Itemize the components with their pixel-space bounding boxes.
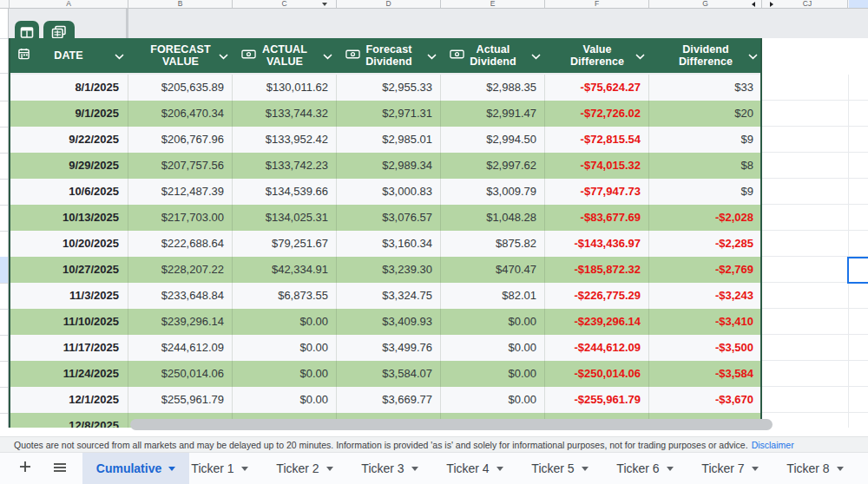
cell-forecast_value[interactable]: $228,207.22: [128, 257, 233, 283]
cell-dividend_difference[interactable]: -$3,243: [649, 283, 762, 309]
cell-actual_value[interactable]: $0.00: [233, 361, 337, 387]
selected-column-highlight[interactable]: [849, 0, 868, 8]
cell-forecast_dividend[interactable]: $3,324.75: [337, 283, 441, 309]
cell-forecast_value[interactable]: $255,961.79: [128, 387, 233, 413]
column-header-value_difference[interactable]: Value Difference: [545, 38, 649, 73]
column-header-strip[interactable]: ABCDEFGCJ: [0, 0, 868, 9]
cell-dividend_difference[interactable]: $9: [649, 179, 762, 205]
all-sheets-menu-button[interactable]: [45, 453, 75, 484]
cell-forecast_value[interactable]: $207,757.56: [128, 153, 233, 179]
cell-forecast_value[interactable]: $244,612.09: [128, 335, 233, 361]
column-header-E[interactable]: E: [441, 0, 545, 8]
cell-forecast_dividend[interactable]: $2,971.31: [337, 101, 441, 127]
cell-actual_dividend[interactable]: $0.00: [441, 387, 545, 413]
column-header-G[interactable]: G: [649, 0, 762, 8]
cell-date[interactable]: 11/17/2025: [9, 335, 128, 361]
column-header-dividend_difference[interactable]: Dividend Difference: [649, 38, 762, 73]
cell-value_difference[interactable]: -$250,014.06: [545, 361, 649, 387]
cell-date[interactable]: 9/22/2025: [9, 127, 128, 153]
cell-actual_dividend[interactable]: $0.00: [441, 309, 545, 335]
cell-date[interactable]: 12/8/2025: [9, 413, 128, 428]
cell-value_difference[interactable]: -$255,961.79: [545, 387, 649, 413]
cell-forecast_value[interactable]: $212,487.39: [128, 179, 233, 205]
sheet-tab-ticker-2[interactable]: Ticker 2: [262, 453, 347, 484]
cell-actual_dividend[interactable]: $2,994.50: [441, 127, 545, 153]
cell-date[interactable]: 9/29/2025: [9, 153, 128, 179]
cell-actual_value[interactable]: $134,025.31: [233, 205, 337, 231]
chevron-down-icon[interactable]: [115, 48, 124, 63]
empty-cells-region[interactable]: [762, 75, 868, 428]
cell-actual_value[interactable]: $133,742.23: [233, 153, 337, 179]
column-header-D[interactable]: D: [337, 0, 441, 8]
cell-forecast_value[interactable]: $217,703.00: [128, 205, 233, 231]
cell-date[interactable]: 9/1/2025: [9, 101, 128, 127]
chevron-down-icon[interactable]: [531, 48, 541, 63]
cell-value_difference[interactable]: -$75,624.27: [545, 75, 649, 101]
sheet-tab-ticker-3[interactable]: Ticker 3: [347, 453, 432, 484]
cell-actual_dividend[interactable]: $0.00: [441, 335, 545, 361]
cell-value_difference[interactable]: -$244,612.09: [545, 335, 649, 361]
cell-value_difference[interactable]: -$72,815.54: [545, 127, 649, 153]
cell-actual_value[interactable]: $134,539.66: [233, 179, 337, 205]
disclaimer-link[interactable]: Disclaimer: [752, 440, 794, 450]
cell-date[interactable]: 10/27/2025: [9, 257, 128, 283]
cell-forecast_dividend[interactable]: $3,076.57: [337, 205, 441, 231]
cell-date[interactable]: 11/24/2025: [9, 361, 128, 387]
chevron-down-icon[interactable]: [323, 48, 332, 63]
cell-forecast_dividend[interactable]: $2,985.01: [337, 127, 441, 153]
add-sheet-button[interactable]: [10, 453, 40, 484]
cell-value_difference[interactable]: -$185,872.32: [545, 257, 649, 283]
cell-dividend_difference[interactable]: -$2,028: [649, 205, 762, 231]
column-header-actual_dividend[interactable]: Actual Dividend: [441, 38, 545, 73]
cell-actual_value[interactable]: $0.00: [233, 387, 337, 413]
cell-actual_value[interactable]: $6,873.55: [233, 283, 337, 309]
cell-value_difference[interactable]: -$77,947.73: [545, 179, 649, 205]
column-header-forecast_value[interactable]: FORECAST VALUE: [128, 38, 233, 73]
cell-actual_dividend[interactable]: $2,991.47: [441, 101, 545, 127]
cell-value_difference[interactable]: -$74,015.32: [545, 153, 649, 179]
cell-actual_value[interactable]: $0.00: [233, 335, 337, 361]
active-cell-selection[interactable]: [847, 257, 868, 284]
hidden-columns-right-icon[interactable]: [770, 2, 773, 7]
cell-actual_dividend[interactable]: $875.82: [441, 231, 545, 257]
cell-date[interactable]: 10/6/2025: [9, 179, 128, 205]
cell-dividend_difference[interactable]: -$3,500: [649, 335, 762, 361]
cell-dividend_difference[interactable]: -$3,410: [649, 309, 762, 335]
sheet-tab-ticker-1[interactable]: Ticker 1: [177, 453, 262, 484]
cell-date[interactable]: 12/1/2025: [9, 387, 128, 413]
cell-dividend_difference[interactable]: $20: [649, 101, 762, 127]
cell-forecast_value[interactable]: $222,688.64: [128, 231, 233, 257]
cell-forecast_dividend[interactable]: $2,989.34: [337, 153, 441, 179]
column-header-date[interactable]: DATE: [9, 38, 128, 73]
chevron-down-icon[interactable]: [219, 48, 228, 63]
cell-forecast_value[interactable]: $206,470.34: [128, 101, 233, 127]
sheet-tab-ticker-8[interactable]: Ticker 8: [773, 453, 858, 484]
cell-value_difference[interactable]: -$226,775.29: [545, 283, 649, 309]
sheet-tab-ticker-5[interactable]: Ticker 5: [517, 453, 602, 484]
cell-forecast_value[interactable]: $205,635.89: [128, 75, 233, 101]
cell-value_difference[interactable]: -$72,726.02: [545, 101, 649, 127]
cell-actual_value[interactable]: $130,011.62: [233, 75, 337, 101]
sheet-tab-ticker-6[interactable]: Ticker 6: [602, 453, 687, 484]
sheet-tab-ticker-7[interactable]: Ticker 7: [687, 453, 773, 484]
cell-date[interactable]: 8/1/2025: [9, 75, 128, 101]
cell-actual_dividend[interactable]: $1,048.28: [441, 205, 545, 231]
cell-forecast_value[interactable]: $239,296.14: [128, 309, 233, 335]
cell-actual_value[interactable]: $0.00: [233, 309, 337, 335]
column-header-A[interactable]: A: [9, 0, 128, 8]
column-header-CJ[interactable]: CJ: [767, 0, 848, 8]
cell-actual_value[interactable]: $133,744.32: [233, 101, 337, 127]
cell-actual_value[interactable]: $133,952.42: [233, 127, 337, 153]
cell-forecast_dividend[interactable]: $3,584.07: [337, 361, 441, 387]
cell-date[interactable]: 11/10/2025: [9, 309, 128, 335]
chevron-down-icon[interactable]: [635, 48, 645, 63]
cell-dividend_difference[interactable]: -$2,285: [649, 231, 762, 257]
cell-forecast_dividend[interactable]: $3,239.30: [337, 257, 441, 283]
cell-date[interactable]: 10/20/2025: [9, 231, 128, 257]
cell-dividend_difference[interactable]: -$3,670: [649, 387, 762, 413]
cell-forecast_value[interactable]: $233,648.84: [128, 283, 233, 309]
cell-forecast_dividend[interactable]: $3,000.83: [337, 179, 441, 205]
cell-date[interactable]: 11/3/2025: [9, 283, 128, 309]
cell-dividend_difference[interactable]: -$2,769: [649, 257, 762, 283]
cell-forecast_value[interactable]: $206,767.96: [128, 127, 233, 153]
